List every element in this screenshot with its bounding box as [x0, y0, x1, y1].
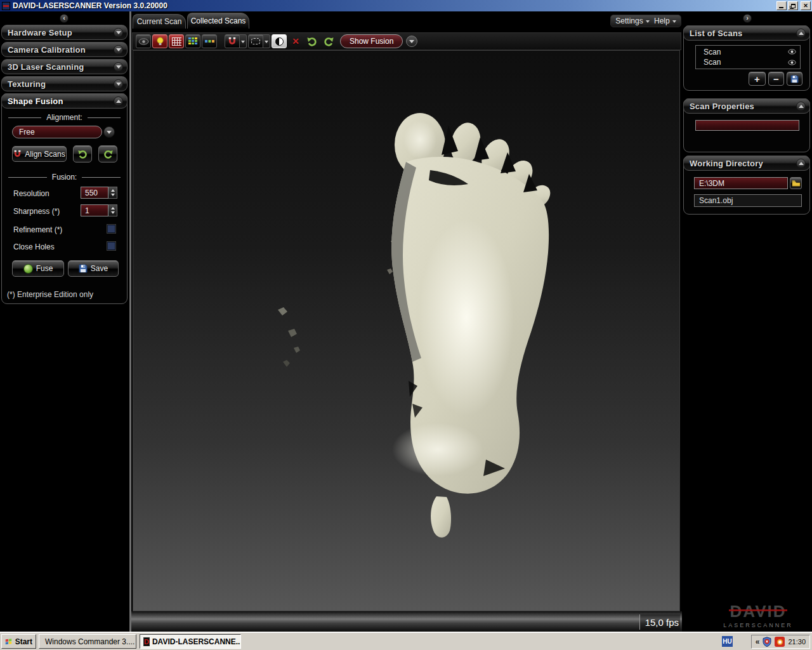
section-texturing[interactable]: Texturing: [1, 76, 128, 91]
section-hardware-setup[interactable]: Hardware Setup: [1, 25, 128, 40]
fuse-button[interactable]: Fuse: [12, 260, 64, 277]
expand-button[interactable]: [114, 79, 123, 89]
task-label: DAVID-LASERSCANNE...: [152, 637, 241, 646]
light-bulb-icon: [156, 37, 164, 46]
spin-down-icon: [111, 211, 115, 214]
selection-tool-button[interactable]: [248, 34, 263, 48]
clock[interactable]: 21:30: [788, 638, 806, 646]
working-directory-path[interactable]: E:\3DM: [694, 177, 788, 189]
sidebar-collapse-button[interactable]: ‹: [60, 14, 69, 23]
align-tool-dropdown[interactable]: [240, 34, 247, 48]
section-camera-calibration[interactable]: Camera Calibration: [1, 42, 128, 57]
section-3d-laser-scanning[interactable]: 3D Laser Scanning: [1, 59, 128, 74]
spinner-arrows[interactable]: [108, 187, 117, 199]
show-fusion-dropdown-button[interactable]: [406, 36, 417, 47]
help-menu[interactable]: Help: [654, 17, 676, 25]
logo-title: DAVID: [730, 602, 787, 621]
eye-icon[interactable]: [788, 49, 796, 55]
collapse-button[interactable]: [796, 29, 806, 38]
add-scan-button[interactable]: +: [749, 72, 766, 86]
minimize-icon: [779, 7, 783, 8]
collapse-button[interactable]: [796, 159, 806, 168]
3d-viewport[interactable]: [133, 50, 680, 611]
align-tool-button[interactable]: [225, 34, 240, 48]
restore-button[interactable]: [788, 1, 798, 10]
sharpness-value[interactable]: 1: [81, 204, 108, 216]
scan-list[interactable]: Scan Scan: [695, 45, 801, 69]
chevron-right-icon: ›: [746, 15, 749, 22]
spinner-arrows[interactable]: [108, 204, 117, 216]
list-of-scans-header[interactable]: List of Scans: [683, 25, 810, 41]
expand-button[interactable]: [114, 28, 123, 37]
minimize-button[interactable]: [776, 1, 787, 10]
sharpness-spinner[interactable]: 1: [81, 204, 117, 216]
scan-properties-header[interactable]: Scan Properties: [683, 98, 810, 114]
working-directory-header[interactable]: Working Directory: [683, 156, 810, 171]
align-scans-button[interactable]: Align Scans: [12, 146, 67, 162]
scan-properties-field[interactable]: [695, 120, 799, 131]
undo-button[interactable]: [304, 34, 320, 48]
save-floppy-icon: [79, 264, 88, 273]
task-david-laserscanner[interactable]: D DAVID-LASERSCANNE...: [140, 634, 241, 649]
scan-file-field[interactable]: Scan1.obj: [694, 194, 802, 207]
dots-grid-button[interactable]: [202, 34, 217, 48]
tray-expand-button[interactable]: «: [756, 637, 760, 646]
section-shape-fusion[interactable]: Shape Fusion: [1, 93, 128, 109]
browse-folder-button[interactable]: [790, 177, 802, 189]
viewport-toolbar: ✕ Show Fusion: [132, 32, 681, 50]
close-button[interactable]: ✕: [801, 1, 811, 10]
language-indicator[interactable]: HU: [722, 636, 733, 647]
scan-list-item[interactable]: Scan: [700, 58, 796, 67]
section-label: Shape Fusion: [8, 96, 114, 106]
mesh-grid-button[interactable]: [169, 34, 184, 48]
list-of-scans-panel: List of Scans Scan Scan + −: [683, 25, 810, 91]
minus-icon: −: [773, 74, 779, 84]
tab-current-scan[interactable]: Current Scan: [133, 14, 186, 29]
selection-tool-dropdown[interactable]: [263, 34, 270, 48]
collapse-button[interactable]: [796, 102, 806, 111]
tab-collected-scans[interactable]: Collected Scans: [187, 13, 249, 29]
redo-arrow-icon: [103, 149, 114, 159]
save-button[interactable]: Save: [68, 260, 119, 277]
settings-menu[interactable]: Settings: [615, 17, 649, 25]
expand-button[interactable]: [114, 45, 123, 55]
fuse-label: Fuse: [36, 264, 53, 273]
start-button[interactable]: Start: [1, 634, 36, 649]
security-shield-icon[interactable]: [763, 637, 771, 647]
colored-grid-button[interactable]: [185, 34, 200, 48]
help-label: Help: [654, 17, 670, 25]
show-fusion-dropdown[interactable]: Show Fusion: [340, 34, 403, 48]
title-bar[interactable]: DAVID-LASERSCANNER Version 3.0.20000 ✕: [0, 0, 812, 11]
dots-grid-icon: [205, 39, 214, 44]
close-holes-label: Close Holes: [13, 242, 55, 251]
undo-button[interactable]: [73, 145, 92, 162]
invert-contrast-button[interactable]: [272, 34, 287, 48]
alignment-dropdown[interactable]: Free: [12, 126, 102, 138]
start-label: Start: [15, 637, 32, 646]
refinement-checkbox[interactable]: [107, 225, 115, 233]
resolution-spinner[interactable]: 550: [81, 187, 117, 199]
antivirus-tray-icon[interactable]: [775, 637, 785, 647]
sharpness-label: Sharpness (*): [13, 207, 60, 216]
chevron-down-icon: [646, 20, 650, 23]
sidebar-expand-button[interactable]: ›: [743, 14, 752, 23]
scan-list-item[interactable]: Scan: [700, 48, 796, 56]
task-windows-commander[interactable]: Windows Commander 3....: [39, 634, 136, 649]
eye-icon[interactable]: [788, 60, 796, 65]
lighting-bulb-button[interactable]: [152, 34, 167, 48]
delete-button[interactable]: ✕: [288, 34, 303, 48]
redo-button[interactable]: [321, 34, 336, 48]
resolution-value[interactable]: 550: [81, 187, 108, 199]
chevron-down-icon: [107, 131, 112, 134]
redo-button[interactable]: [98, 145, 117, 162]
collapse-button[interactable]: [114, 96, 123, 106]
remove-scan-button[interactable]: −: [768, 72, 784, 86]
alignment-dropdown-button[interactable]: [103, 126, 115, 138]
visibility-eye-button[interactable]: [136, 34, 151, 48]
chevron-down-icon: [116, 31, 121, 34]
save-scans-button[interactable]: [787, 72, 802, 86]
tab-label: Collected Scans: [191, 17, 246, 25]
close-holes-checkbox[interactable]: [107, 242, 115, 250]
menu-bar: Settings Help: [610, 15, 681, 27]
expand-button[interactable]: [114, 62, 123, 72]
